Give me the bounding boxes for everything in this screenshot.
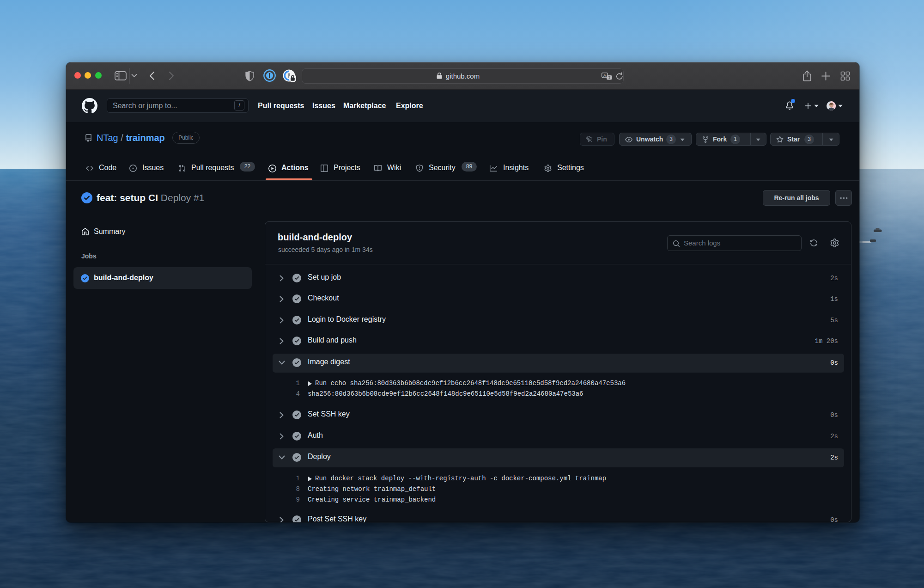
svg-text:A: A (603, 73, 606, 78)
